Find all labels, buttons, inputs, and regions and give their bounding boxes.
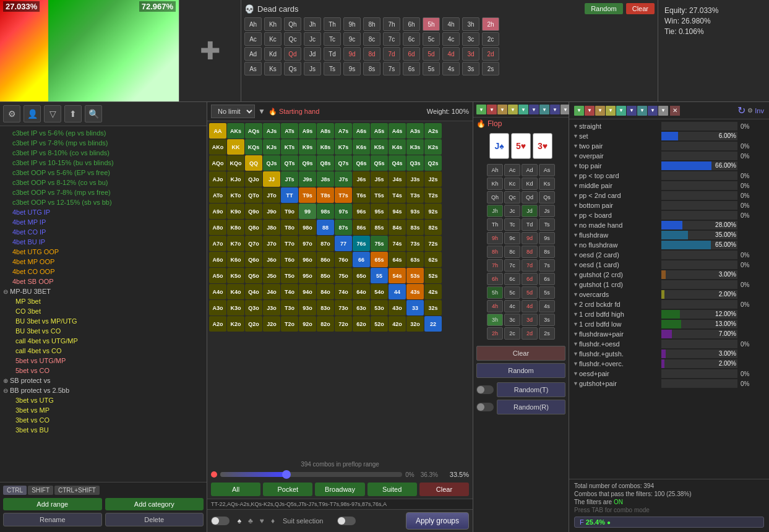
- hand-cell-2-10[interactable]: Q4s: [389, 155, 406, 171]
- hand-cell-5-7[interactable]: 97s: [335, 204, 352, 219]
- hand-cell-11-1[interactable]: K3o: [227, 300, 244, 315]
- flop-random-button[interactable]: Random: [476, 363, 565, 378]
- rename-button[interactable]: Rename: [3, 513, 102, 526]
- card-5s[interactable]: 5s: [423, 62, 440, 75]
- sidebar-group-sb-protect[interactable]: ⊕ SB protect vs: [0, 375, 207, 385]
- hand-cell-0-5[interactable]: A9s: [299, 123, 316, 139]
- sidebar-item-3bet-utg[interactable]: 3bet vs UTG: [0, 395, 207, 405]
- hand-cell-8-2[interactable]: Q6o: [245, 252, 262, 267]
- card-2s[interactable]: 2s: [482, 62, 499, 75]
- board-5d[interactable]: 5d: [522, 286, 538, 299]
- hand-cell-10-10[interactable]: 44: [389, 284, 406, 299]
- card-7c[interactable]: 7c: [383, 32, 400, 46]
- hand-cell-4-3[interactable]: JTo: [263, 187, 280, 203]
- hand-cell-7-2[interactable]: Q7o: [245, 236, 262, 251]
- hand-cell-0-8[interactable]: A6s: [353, 123, 370, 139]
- hand-cell-12-10[interactable]: 42o: [389, 316, 406, 332]
- card-Ts[interactable]: Ts: [324, 62, 341, 75]
- hand-cell-8-7[interactable]: 76o: [335, 252, 352, 267]
- arrow-btn-6[interactable]: ▼: [529, 105, 539, 114]
- hand-cell-8-1[interactable]: K6o: [227, 252, 244, 267]
- hand-cell-1-8[interactable]: K6s: [353, 139, 370, 155]
- sidebar-item-3bet-co[interactable]: 3bet vs CO: [0, 415, 207, 425]
- sidebar-item-call-4bet-utg-mp[interactable]: call 4bet vs UTG/MP: [0, 336, 207, 346]
- hand-cell-9-3[interactable]: J5o: [263, 268, 280, 283]
- add-category-button[interactable]: Add category: [105, 498, 204, 510]
- hand-cell-5-12[interactable]: 92s: [424, 204, 442, 219]
- hand-cell-12-12[interactable]: 22: [424, 316, 442, 332]
- stats-arrow-7[interactable]: ▼: [637, 106, 647, 116]
- sidebar-item-c3bet-ip-5-6[interactable]: c3bet IP vs 5-6% (ep vs blinds): [0, 128, 207, 138]
- hand-cell-0-11[interactable]: A3s: [406, 123, 424, 139]
- hand-cell-2-1[interactable]: KQo: [227, 155, 244, 171]
- hand-cell-10-12[interactable]: 42s: [424, 284, 442, 299]
- stats-refresh-btn[interactable]: ↻: [737, 105, 745, 116]
- hand-cell-4-0[interactable]: ATo: [209, 187, 226, 203]
- board-2h[interactable]: 2h: [487, 327, 503, 340]
- sidebar-item-4bet-utg-ip[interactable]: 4bet UTG IP: [0, 207, 207, 217]
- card-2d[interactable]: 2d: [482, 47, 499, 61]
- hand-cell-10-11[interactable]: 43s: [406, 284, 424, 299]
- hand-cell-3-6[interactable]: J8s: [317, 171, 334, 187]
- flop-card-2[interactable]: 5♥: [511, 133, 531, 159]
- hand-cell-12-7[interactable]: 72o: [335, 316, 352, 332]
- apply-groups-button[interactable]: Apply groups: [406, 512, 469, 530]
- hand-cell-7-12[interactable]: 72s: [424, 236, 442, 251]
- board-Qd[interactable]: Qd: [522, 191, 538, 204]
- sidebar-item-bu-3bet-co[interactable]: BU 3bet vs CO: [0, 326, 207, 336]
- hand-cell-12-0[interactable]: A2o: [209, 316, 226, 332]
- hand-cell-5-2[interactable]: Q9o: [245, 204, 262, 219]
- hand-cell-11-10[interactable]: 43o: [389, 300, 406, 315]
- hand-cell-2-8[interactable]: Q6s: [353, 155, 370, 171]
- hand-cell-7-5[interactable]: 97o: [299, 236, 316, 251]
- board-4s[interactable]: 4s: [539, 300, 555, 312]
- board-2c[interactable]: 2c: [504, 327, 520, 340]
- card-Qh[interactable]: Qh: [284, 17, 301, 31]
- arrow-btn-2[interactable]: ▼: [487, 105, 497, 114]
- board-6d[interactable]: 6d: [522, 273, 538, 285]
- card-7s[interactable]: 7s: [383, 62, 400, 75]
- hand-cell-1-10[interactable]: K4s: [389, 139, 406, 155]
- card-6d[interactable]: 6d: [403, 47, 420, 61]
- hand-cell-11-0[interactable]: A3o: [209, 300, 226, 315]
- hand-cell-9-9[interactable]: 55: [371, 268, 388, 283]
- card-9c[interactable]: 9c: [343, 32, 361, 46]
- hand-cell-11-7[interactable]: 73o: [335, 300, 352, 315]
- card-Kd[interactable]: Kd: [264, 47, 281, 61]
- hand-cell-8-4[interactable]: T6o: [281, 252, 298, 267]
- clear-matrix-button[interactable]: Clear: [419, 483, 469, 496]
- sidebar-item-c3bet-ip-7-8[interactable]: c3bet IP vs 7-8% (mp vs blinds): [0, 138, 207, 148]
- hand-cell-2-7[interactable]: Q7s: [335, 155, 352, 171]
- random-r-button[interactable]: Random(R): [497, 400, 565, 414]
- board-8d[interactable]: 8d: [522, 246, 538, 258]
- hand-cell-9-10[interactable]: 54s: [389, 268, 406, 283]
- hand-cell-2-12[interactable]: Q2s: [424, 155, 442, 171]
- hand-cell-9-0[interactable]: A5o: [209, 268, 226, 283]
- card-Ks[interactable]: Ks: [264, 62, 281, 75]
- card-4s[interactable]: 4s: [442, 62, 460, 75]
- hand-cell-7-0[interactable]: A7o: [209, 236, 226, 251]
- card-Kh[interactable]: Kh: [264, 17, 281, 31]
- board-9s[interactable]: 9s: [539, 232, 555, 244]
- sidebar-item-call-4bet-co[interactable]: call 4bet vs CO: [0, 346, 207, 356]
- board-Kh[interactable]: Kh: [487, 178, 503, 190]
- card-6h[interactable]: 6h: [403, 17, 420, 31]
- card-5d[interactable]: 5d: [423, 47, 440, 61]
- sidebar-item-5bet-co[interactable]: 5bet vs CO: [0, 366, 207, 375]
- board-Jh[interactable]: Jh: [487, 205, 503, 217]
- diamonds-icon[interactable]: ♦: [268, 516, 278, 526]
- card-Kc[interactable]: Kc: [264, 32, 281, 46]
- arrow-btn-7[interactable]: ▼: [539, 105, 549, 114]
- hand-cell-10-5[interactable]: 94o: [299, 284, 316, 299]
- hand-cell-0-2[interactable]: AQs: [245, 123, 262, 139]
- board-Tc[interactable]: Tc: [504, 218, 520, 231]
- card-Ad[interactable]: Ad: [244, 47, 262, 61]
- board-4h[interactable]: 4h: [487, 300, 503, 312]
- board-5h[interactable]: 5h: [487, 286, 503, 299]
- hand-cell-1-7[interactable]: K7s: [335, 139, 352, 155]
- hand-cell-12-9[interactable]: 52o: [371, 316, 388, 332]
- board-4d[interactable]: 4d: [522, 300, 538, 312]
- hand-cell-12-11[interactable]: 32o: [406, 316, 424, 332]
- hand-cell-7-10[interactable]: 74s: [389, 236, 406, 251]
- hand-cell-5-4[interactable]: T9o: [281, 204, 298, 219]
